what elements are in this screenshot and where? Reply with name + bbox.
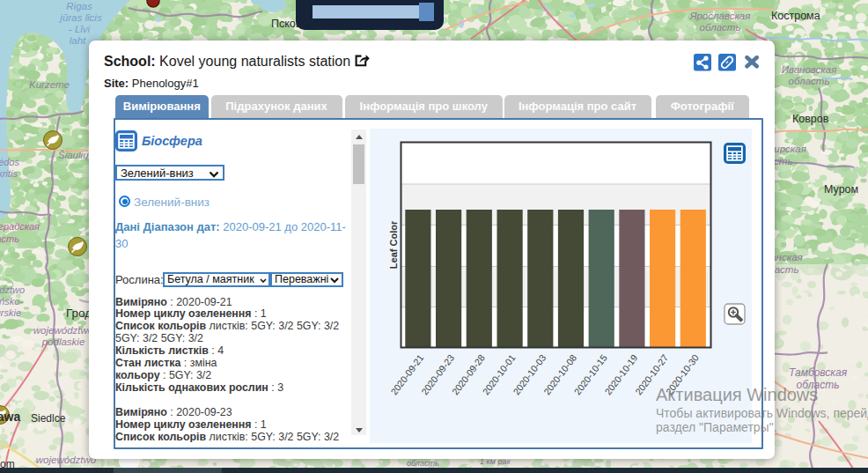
svg-text:Ивановская: Ивановская bbox=[782, 64, 837, 75]
svg-text:область: область bbox=[0, 233, 19, 244]
svg-text:Rigas: Rigas bbox=[66, 1, 92, 11]
svg-text:Тамбовская: Тамбовская bbox=[789, 366, 848, 379]
svg-text:Ковров: Ковров bbox=[792, 113, 829, 125]
svg-text:apskritis: apskritis bbox=[0, 168, 18, 179]
svg-text:Warszawa: Warszawa bbox=[0, 410, 20, 424]
svg-text:warmińsko-: warmińsko- bbox=[0, 296, 23, 307]
svg-text:Ярославская: Ярославская bbox=[689, 11, 751, 21]
svg-text:Муром: Муром bbox=[824, 183, 858, 196]
svg-text:województwo: województwo bbox=[33, 325, 94, 336]
svg-text:laht: laht bbox=[70, 35, 86, 46]
svg-text:область: область bbox=[700, 22, 741, 33]
svg-text:Klaipėdos: Klaipėdos bbox=[0, 157, 19, 167]
svg-text:Siedlce: Siedlce bbox=[31, 412, 66, 425]
svg-text:- Līvi: - Līvi bbox=[69, 24, 91, 34]
svg-text:podlaskie: podlaskie bbox=[41, 336, 85, 347]
svg-text:województwo: województwo bbox=[0, 285, 25, 295]
svg-text:Leaf Color: Leaf Color bbox=[388, 220, 399, 269]
svg-text:województwo: województwo bbox=[36, 455, 97, 465]
svg-text:область: область bbox=[789, 76, 830, 86]
svg-text:jūras līcis: jūras līcis bbox=[58, 12, 102, 23]
svg-text:Kurzeme: Kurzeme bbox=[29, 79, 70, 90]
svg-text:Кострома: Кострома bbox=[771, 10, 820, 22]
svg-text:mazurskie: mazurskie bbox=[0, 307, 21, 318]
svg-text:область: область bbox=[407, 459, 439, 468]
svg-text:Калининградская: Калининградская bbox=[0, 221, 40, 232]
